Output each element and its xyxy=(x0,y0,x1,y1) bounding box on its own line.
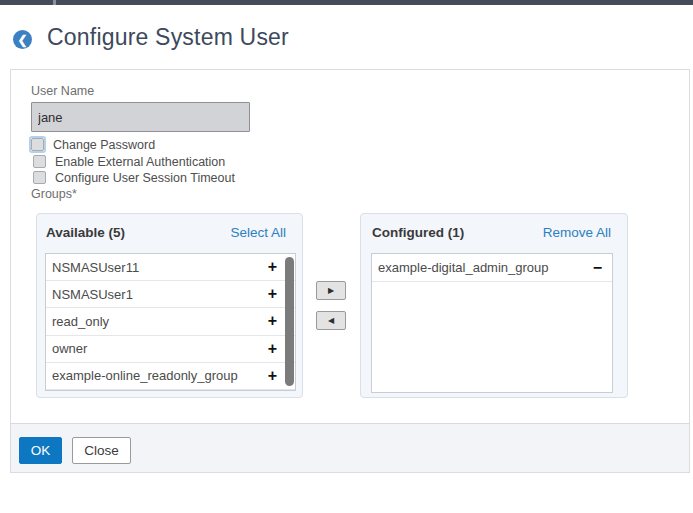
available-list: NSMASUser11 + NSMASUser1 + read_only + o… xyxy=(45,253,296,391)
available-title: Available (5) xyxy=(46,225,125,240)
top-window-bar xyxy=(0,0,693,5)
arrow-left-icon: ❮ xyxy=(17,34,27,46)
available-list-scrollbar[interactable] xyxy=(285,257,294,386)
checkbox-row-change-password: Change Password xyxy=(29,136,155,153)
available-groups-panel: Available (5) Select All NSMASUser11 + N… xyxy=(36,213,303,398)
session-timeout-checkbox[interactable] xyxy=(33,171,46,184)
add-item-button[interactable]: + xyxy=(268,368,277,384)
list-item: example-online_readonly_group + xyxy=(46,363,295,390)
configure-system-user-screen: ❮ Configure System User User Name Change… xyxy=(0,0,693,513)
configured-groups-panel: Configured (1) Remove All example-digita… xyxy=(360,213,628,398)
close-button[interactable]: Close xyxy=(72,437,131,464)
add-item-button[interactable]: + xyxy=(268,286,277,302)
move-right-button[interactable]: ▶ xyxy=(316,281,346,300)
groups-label: Groups* xyxy=(31,187,77,201)
back-button[interactable]: ❮ xyxy=(13,30,32,49)
user-name-label: User Name xyxy=(31,84,94,98)
list-item: NSMASUser11 + xyxy=(46,254,295,281)
list-item: owner + xyxy=(46,336,295,363)
add-item-button[interactable]: + xyxy=(268,259,277,275)
user-name-input[interactable] xyxy=(31,102,250,132)
ok-button[interactable]: OK xyxy=(19,437,62,464)
page-title: Configure System User xyxy=(47,24,289,51)
external-auth-checkbox[interactable] xyxy=(33,155,46,168)
change-password-label[interactable]: Change Password xyxy=(53,138,155,152)
checkbox-row-session-timeout: Configure User Session Timeout xyxy=(29,169,235,186)
add-item-button[interactable]: + xyxy=(268,341,277,357)
session-timeout-label[interactable]: Configure User Session Timeout xyxy=(55,171,235,185)
configured-title: Configured (1) xyxy=(372,225,464,240)
configured-list: example-digital_admin_group − xyxy=(371,253,613,393)
topbar-divider xyxy=(53,0,56,5)
checkbox-focus-ring xyxy=(29,136,46,153)
list-item: example-digital_admin_group − xyxy=(372,254,612,282)
list-item: NSMASUser1 + xyxy=(46,281,295,308)
checkbox-row-external-auth: Enable External Authentication xyxy=(29,153,225,170)
footer-action-bar: OK Close xyxy=(11,423,689,472)
change-password-checkbox[interactable] xyxy=(31,138,44,151)
list-item: read_only + xyxy=(46,308,295,335)
arrow-left-small-icon: ◀ xyxy=(328,316,334,325)
remove-all-link[interactable]: Remove All xyxy=(543,225,611,240)
remove-item-button[interactable]: − xyxy=(593,260,602,276)
external-auth-label[interactable]: Enable External Authentication xyxy=(55,155,225,169)
move-left-button[interactable]: ◀ xyxy=(316,311,346,330)
add-item-button[interactable]: + xyxy=(268,313,277,329)
arrow-right-icon: ▶ xyxy=(328,286,334,295)
select-all-link[interactable]: Select All xyxy=(230,225,286,240)
